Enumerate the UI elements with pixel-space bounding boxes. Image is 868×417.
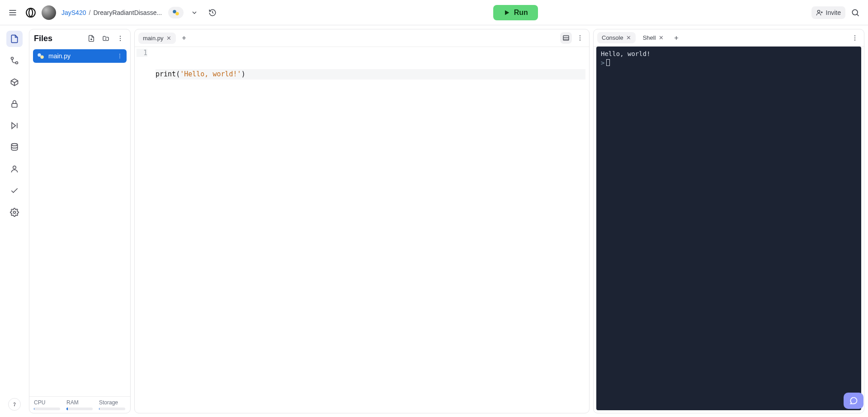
svg-point-30 xyxy=(40,56,44,59)
hamburger-menu-icon[interactable] xyxy=(5,5,20,20)
files-panel-header: Files xyxy=(29,29,130,47)
editor-gutter: 1 xyxy=(135,47,152,102)
meter-ram: RAM xyxy=(66,399,93,410)
svg-point-3 xyxy=(26,8,35,17)
meter-cpu-bar xyxy=(34,408,60,410)
python-file-icon xyxy=(37,52,45,60)
editor-tab-label: main.py xyxy=(143,35,164,42)
meter-cpu-label: CPU xyxy=(34,399,60,406)
help-icon[interactable] xyxy=(8,398,21,411)
svg-point-41 xyxy=(580,40,580,41)
chat-fab-icon[interactable] xyxy=(844,393,863,409)
editor-tabbar: main.py ✕ xyxy=(135,29,589,47)
svg-point-39 xyxy=(580,35,580,36)
svg-point-18 xyxy=(11,144,17,146)
checkmark-icon[interactable] xyxy=(6,183,23,199)
breadcrumb-user[interactable]: JayS420 xyxy=(61,9,86,16)
console-more-icon[interactable] xyxy=(849,33,860,43)
new-folder-icon[interactable] xyxy=(100,33,111,44)
svg-marker-16 xyxy=(12,122,15,128)
tab-shell[interactable]: Shell ✕ xyxy=(638,32,668,43)
meter-ram-label: RAM xyxy=(66,399,93,406)
svg-point-44 xyxy=(854,35,855,36)
secrets-icon[interactable] xyxy=(6,96,23,112)
resource-meters: CPU RAM Storage xyxy=(29,396,130,413)
files-more-icon[interactable] xyxy=(115,33,126,44)
console-tabbar: Console ✕ Shell ✕ xyxy=(594,29,864,47)
replit-logo-icon[interactable] xyxy=(24,5,38,20)
breadcrumb: JayS420 / DrearyRadiantDisasse... xyxy=(61,9,162,16)
run-button[interactable]: Run xyxy=(493,5,538,20)
user-avatar[interactable] xyxy=(42,5,56,20)
app-header: JayS420 / DrearyRadiantDisasse... Run In… xyxy=(0,0,868,25)
svg-point-29 xyxy=(38,53,41,57)
svg-point-13 xyxy=(16,62,18,64)
console-cursor xyxy=(606,59,610,66)
editor-tab-main-py[interactable]: main.py ✕ xyxy=(138,33,176,44)
editor-layout-icon[interactable] xyxy=(560,32,572,44)
console-output[interactable]: Hello, world! > xyxy=(596,47,861,410)
breadcrumb-project[interactable]: DrearyRadiantDisasse... xyxy=(93,9,162,16)
svg-point-28 xyxy=(120,40,121,41)
close-tab-icon[interactable]: ✕ xyxy=(626,34,631,41)
svg-point-26 xyxy=(120,36,121,37)
console-line: Hello, world! xyxy=(601,50,651,57)
meter-ram-bar xyxy=(66,408,93,410)
debugger-icon[interactable] xyxy=(6,117,23,134)
editor-content[interactable]: print('Hello, world!') xyxy=(152,47,589,102)
header-right: Invite xyxy=(811,5,863,20)
search-icon[interactable] xyxy=(848,5,863,20)
editor-panel: main.py ✕ 1 print('Hello, world!') xyxy=(134,29,590,413)
svg-point-7 xyxy=(817,10,820,12)
meter-storage: Storage xyxy=(99,399,125,410)
svg-rect-36 xyxy=(563,36,569,41)
meter-cpu: CPU xyxy=(34,399,60,410)
left-rail xyxy=(4,29,25,413)
language-selector[interactable] xyxy=(168,7,184,19)
invite-button-label: Invite xyxy=(826,9,841,16)
file-item-more-icon[interactable] xyxy=(117,53,123,59)
file-item-main-py[interactable]: main.py xyxy=(33,49,127,63)
close-tab-icon[interactable]: ✕ xyxy=(659,34,664,41)
files-panel-title: Files xyxy=(34,34,82,43)
chevron-down-icon[interactable] xyxy=(187,5,202,20)
breadcrumb-sep: / xyxy=(89,9,90,16)
console-prompt: > xyxy=(601,59,604,66)
tab-shell-label: Shell xyxy=(643,34,656,41)
svg-line-11 xyxy=(857,14,859,16)
svg-point-31 xyxy=(119,54,120,55)
svg-marker-6 xyxy=(505,10,509,15)
svg-point-5 xyxy=(175,12,179,15)
tab-console-label: Console xyxy=(602,34,623,41)
console-panel: Console ✕ Shell ✕ Hello, world! > xyxy=(593,29,864,413)
close-tab-icon[interactable]: ✕ xyxy=(166,35,171,42)
account-icon[interactable] xyxy=(6,161,23,177)
new-file-icon[interactable] xyxy=(86,33,97,44)
svg-point-19 xyxy=(13,166,16,169)
database-icon[interactable] xyxy=(6,139,23,155)
files-panel: Files main.py CPU xyxy=(29,29,131,413)
packages-icon[interactable] xyxy=(6,74,23,90)
file-item-label: main.py xyxy=(48,52,71,60)
line-number: 1 xyxy=(137,49,147,57)
svg-point-27 xyxy=(120,38,121,39)
tab-console[interactable]: Console ✕ xyxy=(597,32,636,43)
settings-icon[interactable] xyxy=(6,204,23,220)
add-tab-icon[interactable] xyxy=(179,33,189,43)
add-console-tab-icon[interactable] xyxy=(671,33,682,43)
run-button-label: Run xyxy=(514,9,528,17)
code-editor[interactable]: 1 print('Hello, world!') xyxy=(135,47,589,102)
files-icon[interactable] xyxy=(6,31,23,47)
svg-point-40 xyxy=(580,37,580,38)
files-list: main.py xyxy=(29,47,130,396)
editor-more-icon[interactable] xyxy=(575,33,585,43)
svg-point-46 xyxy=(854,39,855,40)
invite-button[interactable]: Invite xyxy=(811,6,845,19)
svg-point-21 xyxy=(14,405,15,406)
svg-point-33 xyxy=(119,57,120,58)
svg-rect-15 xyxy=(12,103,17,107)
version-control-icon[interactable] xyxy=(6,52,23,69)
history-icon[interactable] xyxy=(205,5,220,20)
header-center: Run xyxy=(223,5,807,20)
svg-point-4 xyxy=(173,10,176,14)
